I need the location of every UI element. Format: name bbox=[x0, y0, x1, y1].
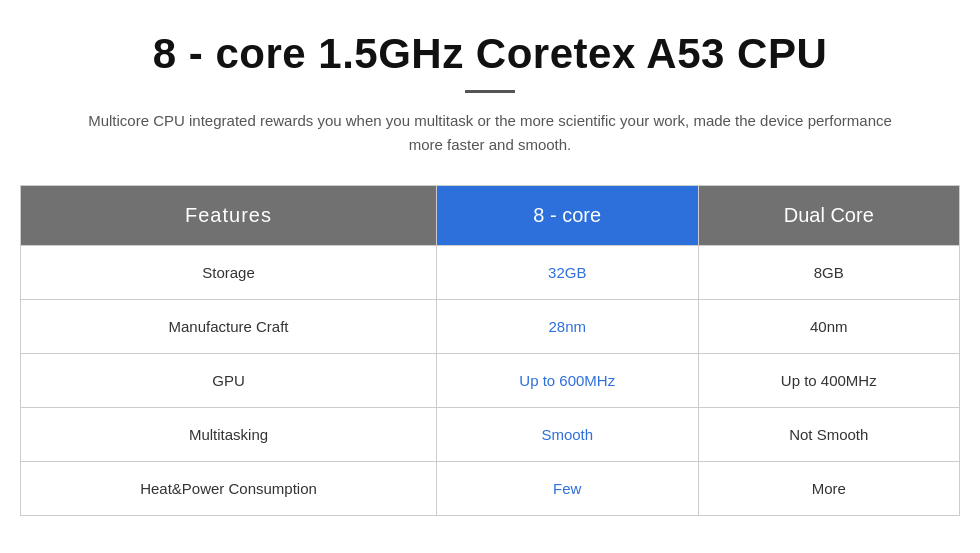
cell-dualcore-value: 40nm bbox=[698, 300, 960, 354]
cell-8core-value: Smooth bbox=[437, 408, 698, 462]
table-row: Storage32GB8GB bbox=[21, 246, 960, 300]
col-header-8core: 8 - core bbox=[437, 186, 698, 246]
cell-dualcore-value: More bbox=[698, 462, 960, 516]
col-header-features: Features bbox=[21, 186, 437, 246]
table-row: GPUUp to 600MHzUp to 400MHz bbox=[21, 354, 960, 408]
page-title: 8 - core 1.5GHz Coretex A53 CPU bbox=[153, 30, 828, 78]
table-header-row: Features 8 - core Dual Core bbox=[21, 186, 960, 246]
cell-8core-value: Up to 600MHz bbox=[437, 354, 698, 408]
cell-feature: Storage bbox=[21, 246, 437, 300]
cell-feature: GPU bbox=[21, 354, 437, 408]
cell-feature: Manufacture Craft bbox=[21, 300, 437, 354]
page-subtitle: Multicore CPU integrated rewards you whe… bbox=[80, 109, 900, 157]
title-divider bbox=[465, 90, 515, 93]
cell-dualcore-value: Up to 400MHz bbox=[698, 354, 960, 408]
cell-8core-value: Few bbox=[437, 462, 698, 516]
table-row: Heat&Power ConsumptionFewMore bbox=[21, 462, 960, 516]
cell-feature: Heat&Power Consumption bbox=[21, 462, 437, 516]
table-row: MultitaskingSmoothNot Smooth bbox=[21, 408, 960, 462]
cell-8core-value: 28nm bbox=[437, 300, 698, 354]
col-header-dualcore: Dual Core bbox=[698, 186, 960, 246]
comparison-table: Features 8 - core Dual Core Storage32GB8… bbox=[20, 185, 960, 516]
table-row: Manufacture Craft28nm40nm bbox=[21, 300, 960, 354]
cell-8core-value: 32GB bbox=[437, 246, 698, 300]
cell-dualcore-value: Not Smooth bbox=[698, 408, 960, 462]
cell-dualcore-value: 8GB bbox=[698, 246, 960, 300]
cell-feature: Multitasking bbox=[21, 408, 437, 462]
